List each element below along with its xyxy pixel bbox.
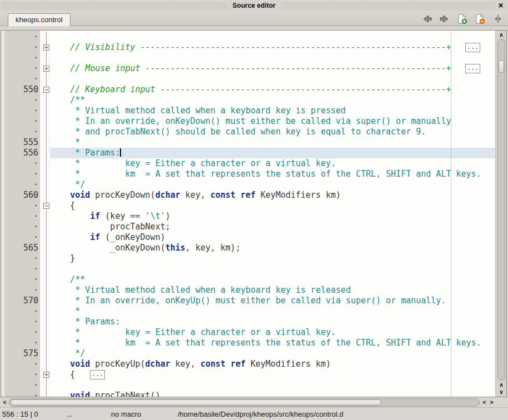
line-number[interactable]: · xyxy=(4,369,38,380)
document-remove-icon[interactable] xyxy=(474,14,486,24)
code-line[interactable]: 556 * Params: xyxy=(1,148,495,158)
line-number[interactable]: · xyxy=(4,285,38,296)
code-line[interactable]: · xyxy=(1,264,495,274)
scroll-left-icon[interactable]: < xyxy=(1,398,8,407)
nav-forward-icon[interactable] xyxy=(439,14,450,24)
code-line[interactable]: · * and procTabNext() should be called w… xyxy=(1,127,495,137)
code-line[interactable]: · xyxy=(1,53,495,63)
code-line[interactable]: 575 */ xyxy=(1,348,495,359)
line-number[interactable]: · xyxy=(4,380,38,391)
line-number[interactable]: · xyxy=(4,338,38,348)
vertical-scroll-thumb[interactable] xyxy=(499,60,504,73)
folded-code-ellipsis[interactable]: ... xyxy=(465,64,480,73)
code-line[interactable]: · } xyxy=(1,253,495,264)
code-line[interactable]: · xyxy=(1,74,495,84)
scroll-up-icon[interactable]: ∧ xyxy=(496,31,507,38)
scroll-down-icon[interactable]: ∨ xyxy=(496,388,507,396)
line-number[interactable]: · xyxy=(4,169,38,179)
code-line[interactable]: · * Virtual method called when a keyboar… xyxy=(1,106,495,116)
line-number[interactable]: · xyxy=(4,63,38,74)
document-add-icon[interactable] xyxy=(456,14,468,24)
line-number[interactable]: 556 xyxy=(4,148,38,158)
line-number[interactable]: · xyxy=(4,391,38,397)
code-line[interactable]: 555 * xyxy=(1,137,495,148)
line-number[interactable]: · xyxy=(4,264,38,274)
code-line[interactable]: · * Params: xyxy=(1,317,495,327)
code-line[interactable]: · /** xyxy=(1,274,495,285)
code-line[interactable]: ·+ // Visibility -----------------------… xyxy=(1,42,495,53)
code-line[interactable]: · */ xyxy=(1,179,495,190)
scroll-right-icon[interactable]: > xyxy=(488,398,495,407)
line-number[interactable]: · xyxy=(4,306,38,317)
line-number[interactable]: 575 xyxy=(4,348,38,359)
horizontal-scroll-thumb[interactable] xyxy=(11,399,381,406)
code-line[interactable]: · * Virtual method called when a keyboar… xyxy=(1,285,495,296)
code-lines[interactable]: ··+ // Visibility ----------------------… xyxy=(1,32,495,397)
code-line[interactable]: · * key = Either a character or a virtua… xyxy=(1,158,495,169)
line-number[interactable]: · xyxy=(4,106,38,116)
code-line[interactable]: · xyxy=(1,380,495,391)
titlebar[interactable]: Source editor ✕ xyxy=(0,0,508,11)
code-line[interactable]: · void procTabNext() xyxy=(1,391,495,397)
code-line[interactable]: ·− { xyxy=(1,201,495,211)
fold-collapse-icon[interactable]: − xyxy=(43,203,49,209)
line-number[interactable]: · xyxy=(4,274,38,285)
detach-splitter-icon[interactable] xyxy=(492,14,504,24)
scroll-left-icon[interactable]: < xyxy=(481,398,488,407)
code-line[interactable]: · /** xyxy=(1,95,495,106)
horizontal-scroll-track[interactable] xyxy=(9,398,480,407)
line-number[interactable]: · xyxy=(4,327,38,338)
line-number[interactable]: 560 xyxy=(4,190,38,201)
code-line[interactable]: · procTabNext; xyxy=(1,222,495,232)
line-number[interactable]: · xyxy=(4,232,38,243)
line-number[interactable]: · xyxy=(4,317,38,327)
code-line[interactable]: · if (_onKeyDown) xyxy=(1,232,495,243)
code-line[interactable]: ·+ // Mouse input ----------------------… xyxy=(1,63,495,74)
code-line[interactable]: · * In an override, onKeyDown() must eit… xyxy=(1,116,495,127)
code-line[interactable]: · * key = Either a character or a virtua… xyxy=(1,327,495,338)
fold-expand-icon[interactable]: + xyxy=(43,66,49,72)
code-line[interactable]: 570 * In an override, onKeyUp() must eit… xyxy=(1,296,495,306)
line-number[interactable]: · xyxy=(4,359,38,369)
line-number[interactable]: · xyxy=(4,201,38,211)
line-number[interactable]: · xyxy=(4,127,38,137)
folded-code-ellipsis[interactable]: ... xyxy=(465,43,480,52)
line-number[interactable]: 570 xyxy=(4,296,38,306)
code-line[interactable]: · * xyxy=(1,306,495,317)
code-editor[interactable]: ··+ // Visibility ----------------------… xyxy=(1,30,507,397)
line-number[interactable]: · xyxy=(4,211,38,222)
fold-expand-icon[interactable]: + xyxy=(43,44,49,51)
line-number[interactable]: · xyxy=(4,42,38,53)
fold-collapse-icon[interactable]: − xyxy=(43,87,49,93)
nav-back-icon[interactable] xyxy=(421,14,432,24)
line-number[interactable]: · xyxy=(4,222,38,232)
line-number[interactable]: · xyxy=(4,53,38,63)
fold-expand-icon[interactable]: + xyxy=(43,372,49,378)
line-number[interactable]: · xyxy=(4,253,38,264)
code-line[interactable]: ·+ {... xyxy=(1,369,495,380)
line-number[interactable]: · xyxy=(4,95,38,106)
line-number[interactable]: · xyxy=(4,74,38,84)
code-line[interactable]: · * km = A set that represents the statu… xyxy=(1,169,495,179)
line-number[interactable]: 555 xyxy=(4,137,38,148)
scroll-up-icon[interactable]: ∧ xyxy=(496,381,507,388)
code-line[interactable]: 565 _onKeyDown(this, key, km); xyxy=(1,243,495,253)
vertical-scroll-track[interactable] xyxy=(497,39,505,381)
code-line[interactable]: · * km = A set that represents the statu… xyxy=(1,338,495,348)
folded-code-ellipsis[interactable]: ... xyxy=(90,370,105,379)
line-number[interactable]: 565 xyxy=(4,243,38,253)
line-number[interactable]: · xyxy=(4,158,38,169)
code-line[interactable]: · if (key == '\t') xyxy=(1,211,495,222)
vertical-scrollbar[interactable]: ∧ ∧ ∨ xyxy=(495,31,506,397)
line-number[interactable]: 550 xyxy=(4,84,38,95)
code-line[interactable]: 550− // Keyboard input -----------------… xyxy=(1,84,495,95)
close-icon[interactable]: ✕ xyxy=(496,1,506,11)
line-number[interactable]: · xyxy=(4,116,38,127)
tab-kheops-control[interactable]: kheops.control xyxy=(8,13,71,26)
line-number[interactable]: · xyxy=(4,32,38,42)
code-line[interactable]: 560 void procKeyDown(dchar key, const re… xyxy=(1,190,495,201)
line-number[interactable]: · xyxy=(4,179,38,190)
code-line[interactable]: · xyxy=(1,32,495,42)
code-line[interactable]: · void procKeyUp(dchar key, const ref Ke… xyxy=(1,359,495,369)
horizontal-scrollbar[interactable]: < < > xyxy=(0,398,508,407)
